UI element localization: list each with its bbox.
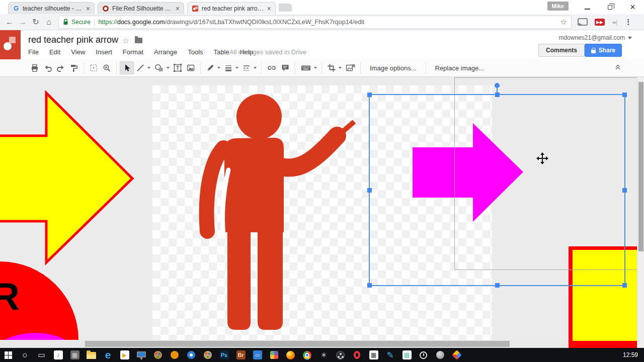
red-circle-shape[interactable]: R bbox=[0, 251, 86, 340]
zoom-fit-icon[interactable] bbox=[87, 61, 100, 74]
art-app-icon[interactable] bbox=[199, 348, 216, 362]
line-dash-caret-icon[interactable] bbox=[254, 67, 257, 69]
selection-bounding-box[interactable] bbox=[369, 94, 625, 286]
cast-icon[interactable] bbox=[578, 18, 588, 26]
drive-app-icon[interactable] bbox=[448, 348, 465, 362]
line-tool-caret-icon[interactable] bbox=[147, 67, 150, 69]
minimize-button[interactable] bbox=[576, 0, 599, 14]
mask-image-icon[interactable] bbox=[343, 61, 357, 74]
resize-handle-n[interactable] bbox=[495, 93, 500, 97]
line-color-caret-icon[interactable] bbox=[217, 67, 220, 69]
collapse-toolbar-icon[interactable] bbox=[614, 62, 622, 72]
resize-handle-ne[interactable] bbox=[622, 93, 627, 97]
undo-icon[interactable] bbox=[41, 61, 54, 74]
horizontal-scrollbar-thumb[interactable] bbox=[85, 341, 510, 347]
resize-handle-se[interactable] bbox=[622, 283, 627, 288]
menu-item[interactable]: Insert bbox=[96, 48, 112, 56]
line-color-icon[interactable] bbox=[204, 61, 217, 74]
menu-item[interactable]: Format bbox=[123, 48, 143, 56]
reload-icon[interactable]: ↻ bbox=[29, 17, 42, 27]
input-tools-icon[interactable] bbox=[298, 61, 313, 74]
forward-icon[interactable]: → bbox=[16, 18, 29, 27]
input-tools-caret-icon[interactable] bbox=[314, 67, 317, 69]
globe-app-icon[interactable] bbox=[432, 348, 448, 362]
text-box-icon[interactable]: T bbox=[171, 61, 184, 74]
crop-caret-icon[interactable] bbox=[339, 67, 342, 69]
share-button[interactable]: Share bbox=[585, 44, 622, 57]
tab-close-icon[interactable]: × bbox=[86, 5, 90, 12]
bridge-icon[interactable]: Br bbox=[232, 348, 249, 362]
menu-item[interactable]: Table bbox=[214, 48, 229, 56]
crop-icon[interactable] bbox=[325, 61, 338, 74]
tab-close-icon[interactable]: × bbox=[267, 5, 271, 12]
start-button[interactable] bbox=[0, 348, 17, 362]
home-icon[interactable]: ⌂ bbox=[42, 18, 55, 27]
google-drawings-logo-icon[interactable] bbox=[0, 30, 21, 59]
snagit-icon[interactable]: ✎ bbox=[382, 348, 398, 362]
resize-handle-e[interactable] bbox=[622, 188, 627, 193]
taskbar-clock[interactable]: 12:59 bbox=[623, 348, 638, 362]
line-dash-icon[interactable] bbox=[240, 61, 253, 74]
vertical-scrollbar-thumb[interactable] bbox=[638, 82, 643, 251]
print-icon[interactable] bbox=[28, 61, 41, 74]
chrome-menu-icon[interactable]: ⋮ bbox=[624, 18, 632, 27]
teacher-silhouette-image[interactable] bbox=[191, 85, 362, 342]
resize-handle-s[interactable] bbox=[495, 283, 500, 288]
display-settings-icon[interactable]: ▦ bbox=[66, 348, 83, 362]
redo-icon[interactable] bbox=[54, 61, 67, 74]
comments-button[interactable]: Comments bbox=[538, 44, 585, 57]
extension-red-icon[interactable]: ▶▶ bbox=[595, 19, 605, 26]
itunes-icon[interactable]: ♪ bbox=[50, 348, 66, 362]
menu-item[interactable]: Edit bbox=[49, 48, 60, 56]
replace-image-button[interactable]: Replace image... bbox=[429, 64, 491, 72]
drawing-work-area[interactable]: R bbox=[0, 77, 644, 348]
menu-item[interactable]: Arrange bbox=[154, 48, 177, 56]
vertical-scrollbar[interactable] bbox=[637, 77, 644, 348]
tab-close-icon[interactable]: × bbox=[176, 5, 180, 12]
obs-icon[interactable] bbox=[332, 348, 349, 362]
url-text[interactable]: https://docs.google.com/drawings/d/167st… bbox=[98, 19, 557, 26]
back-icon[interactable]: ← bbox=[3, 18, 16, 27]
fan-utility-icon[interactable]: ✶ bbox=[315, 348, 332, 362]
media-player-icon[interactable]: ▶ bbox=[116, 348, 133, 362]
cortana-icon[interactable]: ○ bbox=[17, 348, 33, 362]
move-to-folder-icon[interactable] bbox=[135, 38, 142, 43]
document-title[interactable]: red teacher pink arrow bbox=[28, 35, 118, 45]
opera-icon[interactable] bbox=[349, 348, 365, 362]
tab-red-teacher-pink-arrow[interactable]: red teacher pink arrow - × bbox=[187, 2, 276, 14]
edge-icon[interactable]: e bbox=[100, 348, 116, 362]
account-email[interactable]: mdownes21@gmail.com bbox=[558, 34, 625, 41]
line-weight-caret-icon[interactable] bbox=[235, 67, 238, 69]
rotation-handle[interactable] bbox=[495, 83, 500, 88]
resize-handle-w[interactable] bbox=[367, 188, 372, 193]
restore-button[interactable] bbox=[599, 0, 621, 14]
line-weight-icon[interactable] bbox=[222, 61, 235, 74]
alarm-clock-icon[interactable] bbox=[415, 348, 432, 362]
yellow-arrow-shape[interactable] bbox=[0, 85, 136, 266]
shape-tool-caret-icon[interactable] bbox=[167, 67, 170, 69]
photoshop-icon[interactable]: Ps bbox=[216, 348, 232, 362]
line-tool-icon[interactable] bbox=[134, 61, 147, 74]
select-tool-icon[interactable] bbox=[120, 61, 134, 74]
notepad-icon[interactable]: ▤ bbox=[398, 348, 415, 362]
image-options-button[interactable]: Image options... bbox=[364, 64, 423, 72]
extension-gray-icon[interactable]: ◂▸| bbox=[612, 19, 616, 26]
amber-app-icon[interactable] bbox=[166, 348, 183, 362]
tab-teacher-silhouette[interactable]: G teacher silhouette - Goo × bbox=[8, 2, 95, 14]
insert-comment-icon[interactable] bbox=[279, 61, 292, 74]
shape-tool-icon[interactable] bbox=[152, 61, 166, 74]
photo-viewer-icon[interactable] bbox=[266, 348, 282, 362]
account-caret-icon[interactable] bbox=[628, 37, 632, 39]
star-document-icon[interactable]: ☆ bbox=[122, 36, 129, 45]
menu-item[interactable]: File bbox=[28, 48, 39, 56]
horizontal-scrollbar[interactable] bbox=[0, 340, 637, 348]
firefox-icon[interactable] bbox=[282, 348, 299, 362]
menu-item[interactable]: View bbox=[71, 48, 85, 56]
video-editor-icon[interactable]: ▭ bbox=[249, 348, 266, 362]
camera-app-icon[interactable] bbox=[183, 348, 199, 362]
security-label[interactable]: Secure bbox=[71, 19, 91, 26]
resize-handle-nw[interactable] bbox=[367, 93, 372, 97]
address-bar[interactable]: Secure | https://docs.google.com/drawing… bbox=[58, 16, 572, 29]
file-explorer-icon[interactable] bbox=[83, 348, 100, 362]
resize-handle-sw[interactable] bbox=[367, 283, 372, 288]
